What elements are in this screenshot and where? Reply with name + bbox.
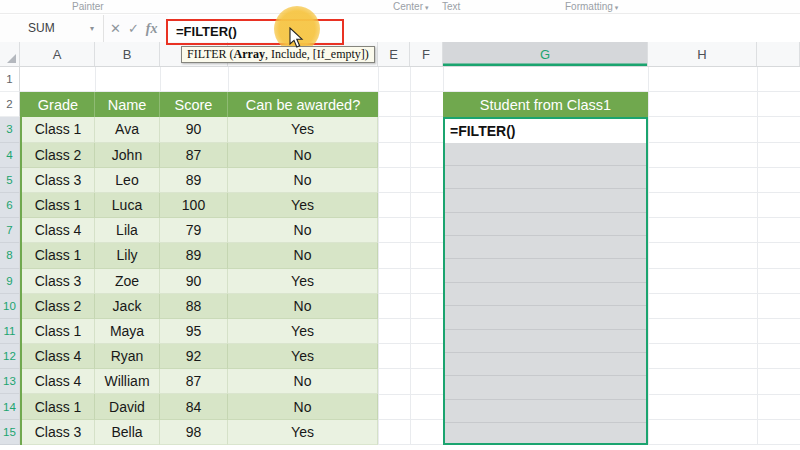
table-cell[interactable]: Zoe <box>95 269 160 294</box>
row-header-11[interactable]: 11 <box>0 319 20 344</box>
table-cell[interactable]: Bella <box>95 420 160 445</box>
gridline <box>757 67 758 445</box>
column-header-partial[interactable] <box>757 42 800 66</box>
name-box-dropdown-icon[interactable]: ▾ <box>90 15 94 42</box>
row-header-6[interactable]: 6 <box>0 193 20 218</box>
row-header-13[interactable]: 13 <box>0 369 20 394</box>
table-cell[interactable]: Class 3 <box>22 168 95 193</box>
function-hint-tooltip: FILTER (Array, Include, [If_empty]) <box>181 46 375 63</box>
table-cell[interactable]: 90 <box>160 117 228 142</box>
selected-range[interactable]: =FILTER() <box>443 117 648 445</box>
table-header-cell[interactable]: Grade <box>22 92 95 117</box>
table-cell[interactable]: Class 2 <box>22 143 95 168</box>
table-cell[interactable]: Class 1 <box>22 394 95 419</box>
table-cell[interactable]: John <box>95 143 160 168</box>
table-cell[interactable]: 98 <box>160 420 228 445</box>
column-header-h[interactable]: H <box>648 42 757 66</box>
insert-function-icon[interactable]: fx <box>146 21 158 37</box>
table-cell[interactable]: No <box>228 243 378 268</box>
table-header-row: GradeNameScoreCan be awarded? <box>22 92 378 117</box>
row-header-12[interactable]: 12 <box>0 344 20 369</box>
ribbon-item-center[interactable]: Center▾ <box>393 1 429 12</box>
table-row: Class 2Jack88No <box>22 294 378 319</box>
table-header-cell[interactable]: Score <box>160 92 228 117</box>
cancel-icon[interactable]: ✕ <box>110 21 121 36</box>
table-cell[interactable]: No <box>228 168 378 193</box>
select-all-corner[interactable] <box>0 42 20 67</box>
row-header-2[interactable]: 2 <box>0 92 20 117</box>
table-cell[interactable]: Class 1 <box>22 243 95 268</box>
table-cell[interactable]: Yes <box>228 117 378 142</box>
row-header-1[interactable]: 1 <box>0 67 20 92</box>
table-cell[interactable]: Yes <box>228 193 378 218</box>
table-cell[interactable]: Jack <box>95 294 160 319</box>
table-row: Class 4Lila79No <box>22 218 378 243</box>
table-cell[interactable]: No <box>228 218 378 243</box>
table-cell[interactable]: David <box>95 394 160 419</box>
column-header-e[interactable]: E <box>378 42 410 66</box>
column-header-g[interactable]: G <box>443 42 648 66</box>
table-cell[interactable]: No <box>228 143 378 168</box>
table-cell[interactable]: 79 <box>160 218 228 243</box>
table-cell[interactable]: Ava <box>95 117 160 142</box>
ribbon-item-text[interactable]: Text <box>442 1 460 12</box>
table-cell[interactable]: 88 <box>160 294 228 319</box>
table-cell[interactable]: Yes <box>228 319 378 344</box>
row-header-9[interactable]: 9 <box>0 269 20 294</box>
row-header-14[interactable]: 14 <box>0 394 20 419</box>
table-cell[interactable]: Yes <box>228 344 378 369</box>
table-header-cell[interactable]: Can be awarded? <box>228 92 378 117</box>
formula-input-value[interactable]: =FILTER() <box>176 19 237 45</box>
table-cell[interactable]: Yes <box>228 269 378 294</box>
column-header-f[interactable]: F <box>410 42 443 66</box>
table-cell[interactable]: Class 3 <box>22 420 95 445</box>
table-cell[interactable]: William <box>95 369 160 394</box>
active-cell[interactable]: =FILTER() <box>445 119 646 142</box>
table-cell[interactable]: Maya <box>95 319 160 344</box>
table-cell[interactable]: Yes <box>228 420 378 445</box>
table-cell[interactable]: Class 4 <box>22 369 95 394</box>
table-cell[interactable]: Class 4 <box>22 344 95 369</box>
table-cell[interactable]: Class 1 <box>22 319 95 344</box>
row-header-8[interactable]: 8 <box>0 243 20 268</box>
table-cell[interactable]: Ryan <box>95 344 160 369</box>
table-cell[interactable]: Luca <box>95 193 160 218</box>
confirm-icon[interactable]: ✓ <box>128 21 139 36</box>
result-column-empty-cell[interactable] <box>443 67 648 92</box>
table-cell[interactable]: 89 <box>160 243 228 268</box>
table-cell[interactable]: Class 1 <box>22 117 95 142</box>
table-cell[interactable]: Leo <box>95 168 160 193</box>
row-header-4[interactable]: 4 <box>0 143 20 168</box>
row-header-15[interactable]: 15 <box>0 420 20 445</box>
table-cell[interactable]: 100 <box>160 193 228 218</box>
table-cell[interactable]: Lila <box>95 218 160 243</box>
table-cell[interactable]: No <box>228 294 378 319</box>
column-header-b[interactable]: B <box>95 42 160 66</box>
table-cell[interactable]: No <box>228 369 378 394</box>
table-cell[interactable]: Class 3 <box>22 269 95 294</box>
table-cell[interactable]: Class 4 <box>22 218 95 243</box>
result-column-header-cell[interactable]: Student from Class1 <box>443 92 648 117</box>
table-cell[interactable]: 89 <box>160 168 228 193</box>
ribbon-item-formatting[interactable]: Formatting▾ <box>565 1 618 12</box>
column-header-a[interactable]: A <box>20 42 95 66</box>
name-box-value: SUM <box>28 15 55 42</box>
table-cell[interactable]: 87 <box>160 143 228 168</box>
row-header-10[interactable]: 10 <box>0 294 20 319</box>
table-cell[interactable]: 92 <box>160 344 228 369</box>
ribbon-item-painter[interactable]: Painter <box>72 1 104 12</box>
row-headers: 123456789101112131415 <box>0 67 20 445</box>
table-cell[interactable]: 84 <box>160 394 228 419</box>
table-cell[interactable]: Class 2 <box>22 294 95 319</box>
table-cell[interactable]: Lily <box>95 243 160 268</box>
table-cell[interactable]: 95 <box>160 319 228 344</box>
table-cell[interactable]: 87 <box>160 369 228 394</box>
row-header-3[interactable]: 3 <box>0 117 20 142</box>
name-box[interactable]: SUM ▾ <box>0 15 104 42</box>
row-header-7[interactable]: 7 <box>0 218 20 243</box>
table-cell[interactable]: No <box>228 394 378 419</box>
table-cell[interactable]: 90 <box>160 269 228 294</box>
table-header-cell[interactable]: Name <box>95 92 160 117</box>
table-cell[interactable]: Class 1 <box>22 193 95 218</box>
row-header-5[interactable]: 5 <box>0 168 20 193</box>
